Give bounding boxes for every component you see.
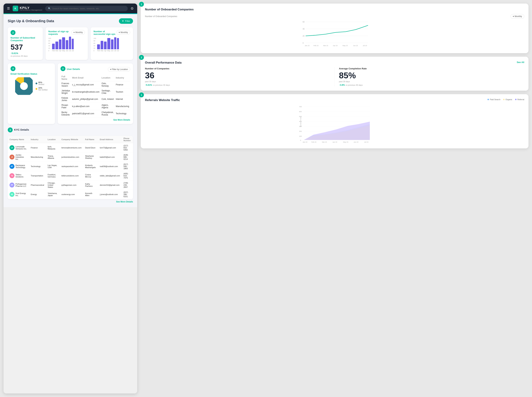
left-panel: ☰ K KPILY Performance Management 🔍 ⚙ Sig… (4, 4, 137, 393)
success-bar-col: Jun (111, 39, 114, 52)
bar-label: May (107, 50, 110, 52)
kyc-email: dennis416@gmail.com (98, 180, 122, 190)
svg-marker-37 (304, 122, 370, 140)
user-details-title-row: 3 User Details (60, 66, 80, 73)
subscribed-card: 2 Number of Subscribed Companies 537 ↑5.… (8, 27, 43, 60)
kyc-location: Ipoh, Malaysia (46, 143, 60, 152)
svg-text:600: 600 (299, 111, 302, 112)
kyc-col-company: Company Name (8, 136, 29, 143)
bar (117, 38, 119, 49)
organic-label: Organic (505, 99, 512, 100)
company-name: Lemonade Ventures Inc. (15, 146, 27, 150)
signup-bar-col: Jun (66, 40, 68, 52)
kyc-see-more[interactable]: See More Details (8, 200, 133, 203)
bar (62, 37, 65, 49)
see-all-button[interactable]: See All (517, 61, 524, 63)
company-avatar: TS (10, 173, 14, 178)
onboarded-monthly-dropdown[interactable]: ▾ Monthly (511, 14, 524, 19)
kyc-industry: Pharmaceutical (29, 180, 46, 190)
hamburger-icon[interactable]: ☰ (7, 6, 10, 10)
line-chart-header: Number of Onboarded Companies ▾ Monthly (145, 14, 524, 19)
signup-requests-card: Number of sign up requests ▾ Monthly 100… (46, 27, 88, 60)
kyc-email: katie63@aol.com (98, 152, 122, 162)
success-bar-col: Mar (101, 41, 103, 52)
svg-text:May 23: May 23 (343, 45, 348, 46)
bar-label: Mar (55, 50, 58, 52)
kyc-company-cell: LV Lemonade Ventures Inc. (8, 143, 29, 152)
signup-chart-wrapper: 100 80 60 40 20 0 FebMarAprMayJunJulJul (48, 37, 85, 52)
kyc-location: Tirana, Albania (46, 152, 60, 162)
logo-icon: K (13, 6, 18, 11)
kyc-full_name: Kimberly Mastrangelo (83, 162, 98, 171)
kyc-phone: (749) 239-2837 (122, 180, 133, 190)
company-name: Tekbru Solutions (15, 174, 27, 178)
svg-text:Number of Visits: Number of Visits (300, 117, 302, 127)
companies-trend: ↑5.61% (145, 84, 152, 86)
performance-row: Number of Companies 36 past 30 days ↑5.6… (145, 67, 524, 87)
performance-card: 2 Overall Performance Data See All Numbe… (141, 57, 528, 91)
table-row: Rivaan Patelk.p.allen@aol.comAlgiers, Al… (60, 103, 130, 110)
table-cell: patricia651@gmail.com (71, 110, 101, 117)
filter-label: Filter (125, 20, 130, 22)
onboarded-card: 1 Number of Onboarded Companies Number o… (141, 4, 528, 53)
bar (66, 40, 68, 49)
company-avatar: PP (10, 183, 14, 187)
kyc-company-cell: JI Jumbo Industries Inc. (8, 152, 29, 162)
table-cell: autumn_philips@gmail.com (71, 96, 101, 103)
kyc-location: Frankfurt, Germany (46, 171, 60, 180)
svg-text:20: 20 (302, 35, 305, 37)
filter-location-button[interactable]: ▾ Filter by Location (108, 67, 130, 72)
signup-bar-chart: FebMarAprMayJunJulJul (52, 37, 74, 52)
user-see-more[interactable]: See More Details (60, 119, 130, 121)
bar-chart-header: Number of sign up requests ▾ Monthly (48, 30, 85, 36)
signup-requests-title: Number of sign up requests (48, 30, 72, 35)
successful-y-axis: 100 80 60 40 20 0 (93, 37, 96, 52)
table-cell: Rivaan Patel (60, 103, 71, 110)
signup-bar-col: Jul (69, 37, 71, 52)
svg-text:Mar 23: Mar 23 (322, 141, 327, 143)
successful-signups-card: Number of successful sign ups ▾ Monthly … (91, 27, 133, 60)
bar (111, 39, 114, 49)
bar-label: Jul (114, 50, 116, 52)
user-details-header: 3 User Details ▾ Filter by Location (60, 66, 130, 73)
settings-icon[interactable]: ⚙ (131, 6, 134, 11)
signup-monthly-dropdown[interactable]: ▾ Monthly (71, 30, 85, 35)
paid-search-label: Paid Search (490, 99, 500, 100)
table-cell: Algiers, Algeria (100, 103, 115, 110)
kyc-phone: (917) 595-1883 (122, 162, 133, 171)
successful-bar-chart: FebMarAprMayJunJulJul (97, 37, 119, 52)
svg-text:60: 60 (302, 21, 305, 23)
badge-4: 4 (11, 66, 15, 71)
table-cell: Chelyabinsk, Russia (100, 110, 115, 117)
kyc-email: lorri73@gmail.com (98, 143, 122, 152)
user-details-table: Full Name Work Email Location Industry F… (60, 75, 130, 117)
svg-text:Jun 23: Jun 23 (353, 45, 358, 46)
search-bar[interactable]: 🔍 (45, 6, 128, 11)
kyc-industry: Technology (29, 162, 46, 171)
filter-button[interactable]: ▼ Filter (119, 18, 133, 24)
company-name: Xcel Energy Inc. (15, 192, 27, 197)
kyc-phone: (405) 610-7475 (122, 171, 133, 180)
subscribed-value: 537 (11, 43, 40, 51)
bar-label: Apr (104, 50, 106, 52)
svg-text:0: 0 (302, 42, 304, 44)
bar-label: Feb (97, 50, 100, 52)
referral-label: Referral (517, 99, 524, 100)
success-bar-col: Jul (114, 37, 116, 52)
kyc-website: xcelenergy.com (60, 190, 83, 199)
success-bar-col: Jul (117, 38, 119, 52)
bar (72, 39, 74, 49)
bar (52, 44, 55, 49)
main-content: Sign Up & Onboarding Data ▼ Filter 2 Num… (4, 14, 137, 207)
kyc-col-fullname: Full Name (83, 136, 98, 143)
svg-text:Feb 23: Feb 23 (314, 45, 318, 46)
performance-title: Overall Performance Data (145, 61, 524, 64)
kyc-title: KYC Details (14, 128, 29, 131)
search-input[interactable] (52, 7, 125, 10)
svg-text:Jul 23: Jul 23 (364, 141, 368, 143)
successful-monthly-dropdown[interactable]: ▾ Monthly (116, 30, 130, 35)
kyc-table: Company Name Industry Location Company W… (8, 136, 133, 199)
kyc-col-email: Email Address (98, 136, 122, 143)
pie-legend: 85% Verified 15% Not Verified (36, 81, 48, 91)
bar (114, 37, 116, 49)
